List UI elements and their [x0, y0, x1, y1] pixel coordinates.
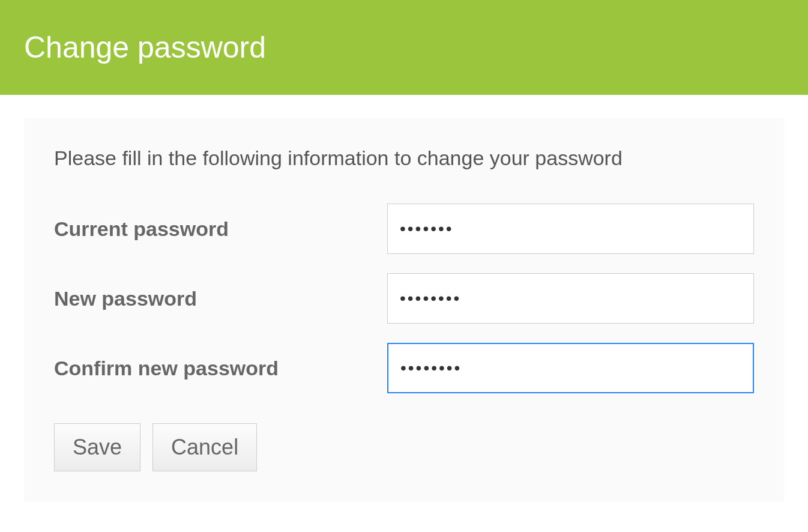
form-instruction: Please fill in the following information…: [54, 143, 754, 174]
current-password-input[interactable]: [387, 204, 754, 254]
current-password-row: Current password: [54, 204, 754, 254]
page-header: Change password: [0, 0, 808, 95]
form-panel: Please fill in the following information…: [24, 119, 784, 501]
new-password-row: New password: [54, 273, 754, 324]
new-password-input[interactable]: [387, 273, 754, 324]
new-password-label: New password: [54, 287, 387, 310]
confirm-password-input[interactable]: [387, 343, 754, 393]
confirm-password-row: Confirm new password: [54, 343, 754, 393]
confirm-password-label: Confirm new password: [54, 357, 387, 380]
save-button[interactable]: Save: [54, 423, 140, 471]
page-title: Change password: [24, 30, 784, 65]
content-area: Please fill in the following information…: [0, 95, 808, 525]
current-password-label: Current password: [54, 217, 387, 241]
button-row: Save Cancel: [54, 423, 754, 471]
cancel-button[interactable]: Cancel: [152, 423, 257, 471]
